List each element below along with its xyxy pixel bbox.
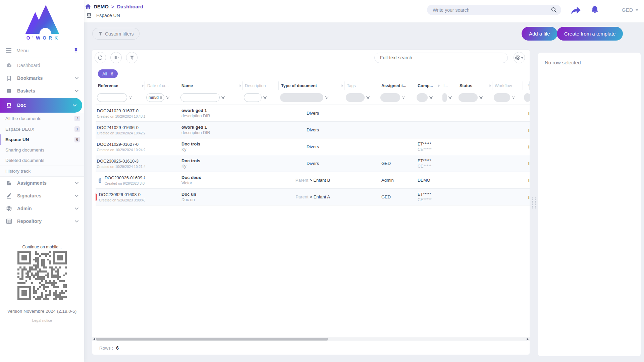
- cell-description: [243, 122, 279, 138]
- filter-disabled[interactable]: [417, 93, 428, 102]
- pin-icon[interactable]: [74, 48, 78, 53]
- filter-funnel-icon[interactable]: [221, 96, 225, 100]
- alert-bell-icon: [96, 178, 97, 183]
- notifications-bell-icon[interactable]: [591, 5, 599, 14]
- filter-funnel-icon[interactable]: [429, 96, 433, 100]
- filter-funnel-icon[interactable]: [325, 96, 329, 100]
- filter-disabled[interactable]: [459, 93, 478, 102]
- sidebar-item-label: Signatures: [17, 193, 41, 198]
- hamburger-icon[interactable]: [6, 48, 11, 53]
- column-header-description[interactable]: Description: [243, 81, 279, 90]
- cell-name: owork ged 1description DIR: [179, 122, 243, 138]
- sidebar-subitem-espace-un[interactable]: Espace UN6: [0, 134, 84, 145]
- sidebar-subitem-history-track[interactable]: History track: [0, 166, 84, 176]
- column-header-reference[interactable]: Reference: [96, 81, 145, 90]
- filter-disabled[interactable]: [346, 93, 365, 102]
- user-menu[interactable]: GED: [622, 7, 638, 13]
- filter-disabled[interactable]: [524, 93, 530, 102]
- column-header-y[interactable]: Y: [523, 81, 530, 90]
- sidebar-subitem-deleted-documents[interactable]: Deleted documents: [0, 155, 84, 166]
- filter-disabled[interactable]: [494, 93, 510, 102]
- column-header-name[interactable]: Name: [179, 81, 243, 90]
- scroll-right-icon[interactable]: [527, 338, 529, 341]
- breadcrumb-current[interactable]: Dashboard: [117, 4, 143, 9]
- column-header-workflow[interactable]: Workflow: [492, 81, 523, 90]
- expand-column-icon[interactable]: [489, 84, 492, 87]
- filter-funnel-icon[interactable]: [263, 96, 267, 100]
- sidebar-item-admin[interactable]: Admin: [0, 202, 84, 215]
- table-row[interactable]: w DOC230926-01609-0Created on 9/26/2023 …: [96, 172, 530, 189]
- column-header-tags[interactable]: Tags: [344, 81, 379, 90]
- column-header-type-of-document[interactable]: Type of document: [279, 81, 344, 90]
- table-row[interactable]: DOC230926-01610-3Created on 10/29/2024 1…: [96, 155, 530, 172]
- column-header-status[interactable]: Status: [457, 81, 492, 90]
- sidebar-item-baskets[interactable]: Baskets: [0, 84, 84, 97]
- cell-reference: DOC230926-01608-0Created on 9/26/2023 3:…: [96, 189, 145, 205]
- refresh-button[interactable]: [95, 52, 106, 63]
- expand-column-icon[interactable]: [142, 84, 144, 87]
- filter-disabled[interactable]: [380, 93, 400, 102]
- sidebar-item-assignments[interactable]: Assignments: [0, 177, 84, 189]
- cell-description: [243, 172, 279, 188]
- filter-input[interactable]: [97, 93, 127, 102]
- table-row[interactable]: DOC241029-01627-0Created on 10/29/2024 1…: [96, 138, 530, 155]
- filter-disabled[interactable]: [280, 93, 323, 102]
- cell-workflow: [492, 105, 523, 121]
- table-row[interactable]: DOC241029-01637-0Created on 10/29/2024 1…: [96, 105, 530, 122]
- filter-disabled[interactable]: [442, 93, 447, 102]
- search-icon[interactable]: [551, 7, 557, 13]
- column-header-i[interactable]: I...: [441, 81, 457, 90]
- share-icon[interactable]: [571, 6, 581, 15]
- sidebar-subitem-all-the-documents[interactable]: All the documents7: [0, 113, 84, 124]
- column-header-date-of-cr[interactable]: Date of cr...: [145, 81, 179, 90]
- horizontal-scrollbar[interactable]: [92, 337, 530, 341]
- filter-funnel-icon[interactable]: [366, 96, 370, 100]
- count-badge: 6: [74, 137, 80, 142]
- filter-funnel-icon[interactable]: [448, 96, 452, 100]
- global-search-input[interactable]: [433, 7, 551, 13]
- doc-subtitle: Doc un: [181, 197, 243, 202]
- fulltext-search-input[interactable]: [374, 53, 508, 63]
- filter-funnel-icon[interactable]: [166, 96, 170, 100]
- expand-column-icon[interactable]: [239, 84, 242, 87]
- filter-funnel-icon[interactable]: [479, 96, 483, 100]
- expand-column-icon[interactable]: [438, 84, 440, 87]
- panel-resize-handle[interactable]: [532, 197, 536, 209]
- table-row[interactable]: DOC241029-01636-0Created on 10/29/2024 1…: [96, 122, 530, 138]
- scroll-left-icon[interactable]: [93, 338, 95, 341]
- table-row[interactable]: DOC230926-01608-0Created on 9/26/2023 3:…: [96, 189, 530, 205]
- breadcrumb-root[interactable]: DEMO: [94, 4, 109, 9]
- sidebar-item-repository[interactable]: Repository: [0, 215, 84, 228]
- sidebar-item-signatures[interactable]: Signatures: [0, 189, 84, 202]
- cell-name: owork ged 1description DIR: [179, 105, 243, 121]
- scrollbar-thumb[interactable]: [96, 338, 328, 341]
- sidebar-item-doc[interactable]: Doc: [0, 98, 82, 113]
- column-header-assigned-t[interactable]: Assigned t...: [379, 81, 415, 90]
- sidebar-item-dashboard[interactable]: Dashboard: [0, 59, 84, 72]
- custom-filters-button[interactable]: Custom filters: [92, 28, 140, 40]
- cell-assigned: GED: [379, 155, 415, 172]
- home-icon[interactable]: [85, 4, 91, 9]
- expand-column-icon[interactable]: [341, 84, 344, 87]
- reference-value: DOC230926-01610-3: [97, 159, 145, 164]
- column-header-comp[interactable]: Comp...: [415, 81, 441, 90]
- sidebar-item-bookmarks[interactable]: Bookmarks: [0, 72, 84, 84]
- filter-input[interactable]: [244, 93, 262, 102]
- create-from-template-button[interactable]: Create from a template: [557, 27, 623, 41]
- filter-button[interactable]: [126, 52, 138, 63]
- created-date: Created on 10/29/2024 10:21:41 PM: [97, 165, 145, 169]
- filter-date-input[interactable]: mm/d: [146, 93, 164, 102]
- company-line1: DEMO: [418, 178, 441, 183]
- sidebar-subitem-sharing-documents[interactable]: Sharing documents: [0, 145, 84, 155]
- all-rows-chip[interactable]: All : 6: [98, 69, 118, 78]
- add-file-button[interactable]: Add a file: [522, 27, 557, 41]
- legal-notice-link[interactable]: Legal notice: [0, 318, 84, 322]
- filter-funnel-icon[interactable]: [128, 96, 132, 100]
- sidebar-subitem-espace-deux[interactable]: Espace DEUX1: [0, 124, 84, 134]
- basket-icon: [6, 88, 12, 94]
- filter-input[interactable]: [180, 93, 220, 102]
- filter-funnel-icon[interactable]: [512, 96, 516, 100]
- table-settings-button[interactable]: [514, 52, 525, 63]
- filter-funnel-icon[interactable]: [401, 96, 406, 100]
- columns-button[interactable]: [110, 52, 122, 63]
